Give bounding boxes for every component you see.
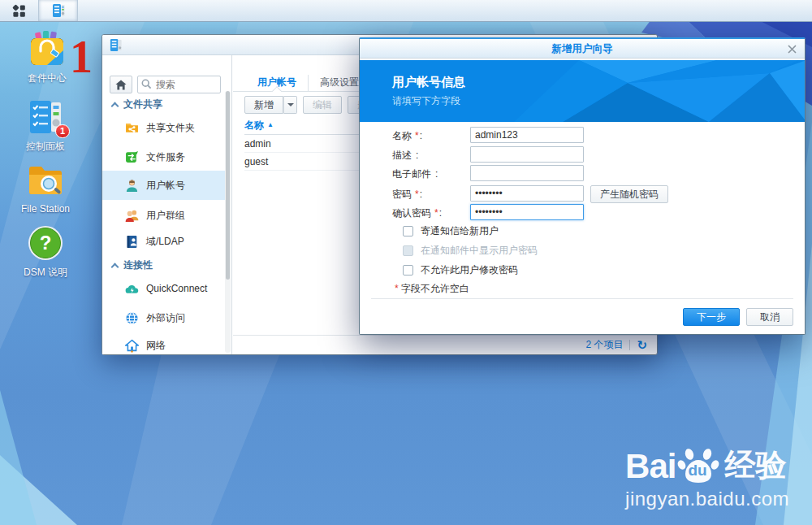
cell-username: guest <box>244 156 268 167</box>
sidebar-item-network[interactable]: 网络 <box>102 332 225 354</box>
required-asterisk: * <box>415 189 419 200</box>
desktop-icon-file-station[interactable]: File Station <box>11 161 80 215</box>
home-button[interactable] <box>110 76 132 93</box>
sidebar: 文件共享 共享文件夹 文件服务 用户帐号 <box>102 55 232 354</box>
checkbox-disallow-password-change[interactable]: 不允许此用户修改密码 <box>403 263 518 276</box>
add-button[interactable]: 新增 <box>244 96 283 114</box>
taskbar-control-panel-button[interactable] <box>39 0 78 21</box>
taskbar <box>0 0 812 22</box>
tab-label: 高级设置 <box>320 76 359 88</box>
sidebar-section-connectivity[interactable]: 连接性 <box>112 258 223 272</box>
checkbox-label: 在通知邮件中显示用户密码 <box>421 244 538 258</box>
sidebar-item-label: 外部访问 <box>146 311 185 325</box>
required-asterisk: * <box>434 207 438 219</box>
close-icon[interactable] <box>788 45 797 54</box>
cancel-button[interactable]: 取消 <box>746 308 793 326</box>
sort-asc-icon: ▲ <box>267 121 274 128</box>
sidebar-item-user-accounts[interactable]: 用户帐号 <box>102 171 225 200</box>
checkbox[interactable] <box>403 265 413 276</box>
main-menu-icon <box>11 3 27 19</box>
user-icon <box>125 179 139 193</box>
checkbox <box>403 245 413 256</box>
banner-title: 用户帐号信息 <box>392 75 465 90</box>
email-field[interactable] <box>470 165 584 181</box>
user-group-icon <box>125 209 139 223</box>
desktop-icon-label: 控制面板 <box>11 140 80 154</box>
tab-user-accounts[interactable]: 用户帐号 <box>246 75 309 91</box>
name-field[interactable] <box>470 127 584 143</box>
required-field-note: *字段不允许空白 <box>395 282 469 296</box>
button-label: 取消 <box>760 309 780 325</box>
dialog-banner: 用户帐号信息 请填写下方字段 <box>360 60 805 122</box>
control-panel-mini-icon <box>51 3 66 18</box>
add-user-wizard-dialog: 新增用户向导 用户帐号信息 请填写下方字段 名称* 描述 电子邮件 <box>359 37 806 335</box>
watermark-jingyan: 经验 <box>724 445 786 486</box>
control-panel-mini-icon <box>109 38 123 52</box>
sidebar-item-label: 共享文件夹 <box>146 121 195 135</box>
field-label-description: 描述 <box>392 149 418 163</box>
sidebar-section-file-sharing[interactable]: 文件共享 <box>112 98 223 111</box>
checkbox-send-notification[interactable]: 寄通知信给新用户 <box>403 224 499 237</box>
desktop-icon-label: File Station <box>11 203 80 215</box>
package-center-icon <box>28 29 67 68</box>
sidebar-item-shared-folder[interactable]: 共享文件夹 <box>102 114 225 141</box>
column-label: 名称 <box>244 119 264 131</box>
field-label-name: 名称* <box>392 129 422 143</box>
field-label-password: 密码* <box>392 188 422 202</box>
checkbox-label: 寄通知信给新用户 <box>421 224 499 238</box>
required-asterisk: * <box>395 283 399 294</box>
button-label: 产生随机密码 <box>600 186 659 202</box>
svg-text:?: ? <box>40 232 52 254</box>
sidebar-scrollbar[interactable] <box>225 91 231 353</box>
dialog-title-bar[interactable]: 新增用户向导 <box>360 39 805 59</box>
item-count: 2 个项目 <box>585 338 623 352</box>
watermark-url: jingyan.baidu.com <box>625 488 789 510</box>
refresh-icon[interactable]: ↻ <box>637 339 647 351</box>
generate-random-password-button[interactable]: 产生随机密码 <box>590 185 668 203</box>
add-dropdown-button[interactable] <box>283 96 297 114</box>
sidebar-item-label: 域/LDAP <box>146 235 184 249</box>
network-house-icon <box>125 339 139 353</box>
sidebar-item-label: QuickConnect <box>146 283 207 294</box>
dsm-help-icon: ? <box>26 223 65 262</box>
scrollbar-thumb[interactable] <box>226 91 230 280</box>
desktop-icon-label: DSM 说明 <box>11 266 80 280</box>
sidebar-item-quickconnect[interactable]: QuickConnect <box>102 275 225 302</box>
next-button[interactable]: 下一步 <box>683 308 740 326</box>
home-icon <box>115 80 127 90</box>
file-station-icon <box>26 161 65 200</box>
confirm-password-field[interactable] <box>470 204 584 220</box>
file-services-icon <box>125 150 139 164</box>
button-label: 下一步 <box>697 309 726 325</box>
section-label: 文件共享 <box>123 98 162 111</box>
baidu-paw-icon: du <box>677 444 719 486</box>
search-box <box>137 76 221 93</box>
sidebar-item-user-groups[interactable]: 用户群组 <box>102 202 225 229</box>
edit-button[interactable]: 编辑 <box>303 96 342 114</box>
sidebar-item-file-services[interactable]: 文件服务 <box>102 143 225 171</box>
desktop-icon-dsm-help[interactable]: ? DSM 说明 <box>11 223 80 280</box>
description-field[interactable] <box>470 146 584 163</box>
search-icon <box>141 79 152 89</box>
password-field[interactable] <box>470 185 584 202</box>
sidebar-item-domain-ldap[interactable]: 域/LDAP <box>102 228 225 255</box>
control-panel-icon: 1 <box>26 98 65 137</box>
desktop-icon-control-panel[interactable]: 1 控制面板 <box>11 98 80 154</box>
sidebar-item-label: 文件服务 <box>146 150 185 164</box>
main-menu-button[interactable] <box>0 0 39 21</box>
quickconnect-icon <box>125 282 139 296</box>
checkbox-label: 不允许此用户修改密码 <box>421 263 518 277</box>
status-bar: 2 个项目 ↻ <box>233 335 657 354</box>
checkbox-show-password-in-mail[interactable]: 在通知邮件中显示用户密码 <box>403 244 538 257</box>
divider <box>629 340 630 350</box>
globe-icon <box>125 311 139 325</box>
field-label-email: 电子邮件 <box>392 167 438 181</box>
field-label-confirm-password: 确认密码* <box>392 206 442 220</box>
section-label: 连接性 <box>123 258 153 272</box>
shared-folder-icon <box>125 121 139 135</box>
required-asterisk: * <box>415 130 419 141</box>
checkbox[interactable] <box>403 226 413 236</box>
notification-badge: 1 <box>55 124 70 138</box>
sidebar-item-external-access[interactable]: 外部访问 <box>102 304 225 332</box>
baidu-jingyan-watermark: Bai du 经验 jingyan.baidu.com <box>625 444 789 510</box>
